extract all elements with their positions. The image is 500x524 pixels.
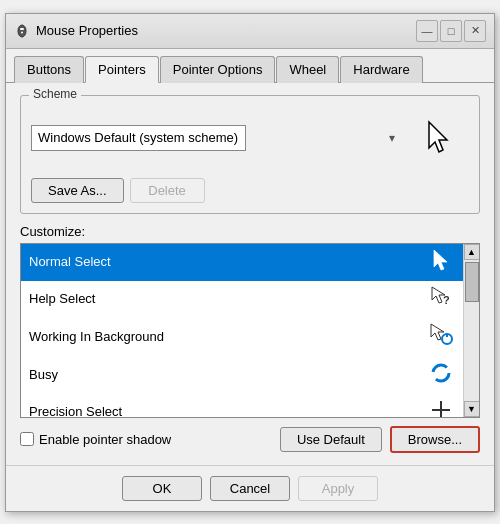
scheme-btn-row: Save As... Delete	[31, 178, 469, 203]
mouse-properties-window: Mouse Properties — □ ✕ Buttons Pointers …	[5, 13, 495, 512]
tab-pointers[interactable]: Pointers	[85, 56, 159, 83]
cursor-busy-icon	[427, 362, 455, 388]
use-default-button[interactable]: Use Default	[280, 427, 382, 452]
list-item[interactable]: Precision Select	[21, 394, 463, 417]
delete-button[interactable]: Delete	[130, 178, 205, 203]
browse-button[interactable]: Browse...	[390, 426, 480, 453]
cursor-item-label: Working In Background	[29, 329, 427, 344]
save-as-button[interactable]: Save As...	[31, 178, 124, 203]
title-bar-controls: — □ ✕	[416, 20, 486, 42]
scheme-group: Scheme Windows Default (system scheme)No…	[20, 95, 480, 214]
scroll-up-button[interactable]: ▲	[464, 244, 480, 260]
tab-hardware[interactable]: Hardware	[340, 56, 422, 83]
close-button[interactable]: ✕	[464, 20, 486, 42]
cursor-help-icon: ?	[427, 286, 455, 312]
list-item[interactable]: Busy	[21, 357, 463, 394]
list-scrollbar[interactable]: ▲ ▼	[463, 244, 479, 417]
svg-marker-3	[429, 122, 447, 152]
ok-button[interactable]: OK	[122, 476, 202, 501]
enable-shadow-checkbox[interactable]	[20, 432, 34, 446]
scheme-preview	[409, 108, 469, 168]
scheme-select[interactable]: Windows Default (system scheme)None(None…	[31, 125, 246, 151]
scroll-track	[464, 260, 479, 401]
svg-point-0	[18, 25, 26, 37]
apply-button[interactable]: Apply	[298, 476, 378, 501]
cursor-item-label: Help Select	[29, 291, 427, 306]
list-item[interactable]: Help Select ?	[21, 281, 463, 318]
cursor-list: Normal Select Help Select	[20, 243, 480, 418]
tab-pointer-options[interactable]: Pointer Options	[160, 56, 276, 83]
list-item[interactable]: Normal Select	[21, 244, 463, 281]
title-bar: Mouse Properties — □ ✕	[6, 14, 494, 49]
cursor-list-items: Normal Select Help Select	[21, 244, 463, 417]
svg-point-2	[21, 31, 23, 33]
list-item[interactable]: Working In Background	[21, 318, 463, 357]
cursor-working-icon	[427, 323, 455, 351]
cursor-item-label: Normal Select	[29, 254, 427, 269]
dialog-footer: OK Cancel Apply	[6, 465, 494, 511]
scroll-down-button[interactable]: ▼	[464, 401, 480, 417]
svg-text:?: ?	[443, 294, 450, 306]
minimize-button[interactable]: —	[416, 20, 438, 42]
cursor-item-label: Busy	[29, 367, 427, 382]
tab-content: Scheme Windows Default (system scheme)No…	[6, 83, 494, 465]
scheme-group-label: Scheme	[29, 87, 81, 101]
cursor-precision-icon	[427, 399, 455, 417]
window-title: Mouse Properties	[36, 23, 138, 38]
tab-buttons[interactable]: Buttons	[14, 56, 84, 83]
cursor-item-label: Precision Select	[29, 404, 427, 417]
scheme-select-wrapper: Windows Default (system scheme)None(None…	[31, 125, 401, 151]
enable-shadow-text: Enable pointer shadow	[39, 432, 171, 447]
preview-cursor-icon	[425, 120, 453, 156]
enable-shadow-label[interactable]: Enable pointer shadow	[20, 432, 272, 447]
svg-rect-1	[20, 28, 24, 30]
svg-point-10	[433, 365, 449, 381]
svg-marker-4	[434, 250, 447, 270]
tab-bar: Buttons Pointers Pointer Options Wheel H…	[6, 49, 494, 83]
customize-section: Customize: Normal Select Help	[20, 224, 480, 453]
customize-label: Customize:	[20, 224, 480, 239]
scroll-thumb[interactable]	[465, 262, 479, 302]
title-bar-left: Mouse Properties	[14, 23, 138, 39]
cancel-button[interactable]: Cancel	[210, 476, 290, 501]
scheme-row: Windows Default (system scheme)None(None…	[31, 108, 469, 168]
maximize-button[interactable]: □	[440, 20, 462, 42]
tab-wheel[interactable]: Wheel	[276, 56, 339, 83]
bottom-controls: Enable pointer shadow Use Default Browse…	[20, 426, 480, 453]
window-icon	[14, 23, 30, 39]
cursor-arrow-icon	[427, 249, 455, 275]
